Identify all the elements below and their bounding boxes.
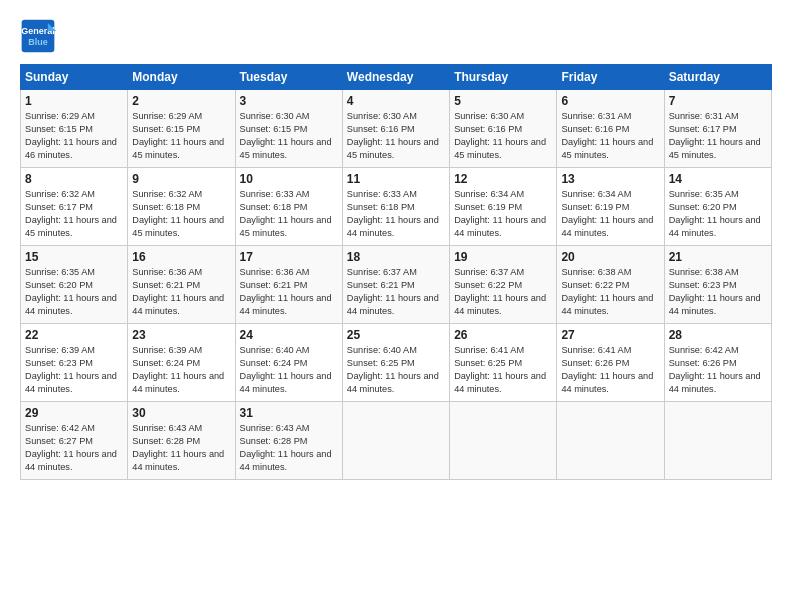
day-number: 13 — [561, 172, 659, 186]
table-row: 22Sunrise: 6:39 AMSunset: 6:23 PMDayligh… — [21, 324, 128, 402]
table-row: 19Sunrise: 6:37 AMSunset: 6:22 PMDayligh… — [450, 246, 557, 324]
table-row — [342, 402, 449, 480]
table-row: 1Sunrise: 6:29 AMSunset: 6:15 PMDaylight… — [21, 90, 128, 168]
day-info: Sunrise: 6:30 AMSunset: 6:16 PMDaylight:… — [347, 110, 445, 162]
table-row: 26Sunrise: 6:41 AMSunset: 6:25 PMDayligh… — [450, 324, 557, 402]
table-row: 29Sunrise: 6:42 AMSunset: 6:27 PMDayligh… — [21, 402, 128, 480]
day-info: Sunrise: 6:40 AMSunset: 6:24 PMDaylight:… — [240, 344, 338, 396]
day-number: 21 — [669, 250, 767, 264]
day-number: 7 — [669, 94, 767, 108]
svg-text:Blue: Blue — [28, 37, 48, 47]
logo: General Blue — [20, 18, 62, 54]
table-row: 23Sunrise: 6:39 AMSunset: 6:24 PMDayligh… — [128, 324, 235, 402]
logo-icon: General Blue — [20, 18, 56, 54]
day-number: 31 — [240, 406, 338, 420]
day-number: 18 — [347, 250, 445, 264]
day-number: 30 — [132, 406, 230, 420]
table-row: 11Sunrise: 6:33 AMSunset: 6:18 PMDayligh… — [342, 168, 449, 246]
day-info: Sunrise: 6:29 AMSunset: 6:15 PMDaylight:… — [132, 110, 230, 162]
day-number: 16 — [132, 250, 230, 264]
calendar-table: Sunday Monday Tuesday Wednesday Thursday… — [20, 64, 772, 480]
day-info: Sunrise: 6:39 AMSunset: 6:23 PMDaylight:… — [25, 344, 123, 396]
day-info: Sunrise: 6:43 AMSunset: 6:28 PMDaylight:… — [240, 422, 338, 474]
table-row: 21Sunrise: 6:38 AMSunset: 6:23 PMDayligh… — [664, 246, 771, 324]
table-row: 16Sunrise: 6:36 AMSunset: 6:21 PMDayligh… — [128, 246, 235, 324]
calendar-week-row: 8Sunrise: 6:32 AMSunset: 6:17 PMDaylight… — [21, 168, 772, 246]
day-number: 11 — [347, 172, 445, 186]
table-row: 20Sunrise: 6:38 AMSunset: 6:22 PMDayligh… — [557, 246, 664, 324]
col-friday: Friday — [557, 65, 664, 90]
day-number: 8 — [25, 172, 123, 186]
day-info: Sunrise: 6:36 AMSunset: 6:21 PMDaylight:… — [132, 266, 230, 318]
calendar-week-row: 15Sunrise: 6:35 AMSunset: 6:20 PMDayligh… — [21, 246, 772, 324]
day-number: 10 — [240, 172, 338, 186]
day-number: 29 — [25, 406, 123, 420]
table-row: 4Sunrise: 6:30 AMSunset: 6:16 PMDaylight… — [342, 90, 449, 168]
day-info: Sunrise: 6:43 AMSunset: 6:28 PMDaylight:… — [132, 422, 230, 474]
table-row — [664, 402, 771, 480]
col-saturday: Saturday — [664, 65, 771, 90]
day-info: Sunrise: 6:34 AMSunset: 6:19 PMDaylight:… — [454, 188, 552, 240]
col-tuesday: Tuesday — [235, 65, 342, 90]
day-number: 12 — [454, 172, 552, 186]
day-number: 2 — [132, 94, 230, 108]
table-row: 17Sunrise: 6:36 AMSunset: 6:21 PMDayligh… — [235, 246, 342, 324]
table-row: 9Sunrise: 6:32 AMSunset: 6:18 PMDaylight… — [128, 168, 235, 246]
table-row — [450, 402, 557, 480]
day-number: 24 — [240, 328, 338, 342]
day-number: 27 — [561, 328, 659, 342]
table-row: 3Sunrise: 6:30 AMSunset: 6:15 PMDaylight… — [235, 90, 342, 168]
day-info: Sunrise: 6:36 AMSunset: 6:21 PMDaylight:… — [240, 266, 338, 318]
day-number: 6 — [561, 94, 659, 108]
day-number: 9 — [132, 172, 230, 186]
table-row: 5Sunrise: 6:30 AMSunset: 6:16 PMDaylight… — [450, 90, 557, 168]
day-info: Sunrise: 6:39 AMSunset: 6:24 PMDaylight:… — [132, 344, 230, 396]
table-row — [557, 402, 664, 480]
day-number: 28 — [669, 328, 767, 342]
table-row: 2Sunrise: 6:29 AMSunset: 6:15 PMDaylight… — [128, 90, 235, 168]
day-info: Sunrise: 6:34 AMSunset: 6:19 PMDaylight:… — [561, 188, 659, 240]
day-info: Sunrise: 6:32 AMSunset: 6:18 PMDaylight:… — [132, 188, 230, 240]
col-sunday: Sunday — [21, 65, 128, 90]
day-info: Sunrise: 6:33 AMSunset: 6:18 PMDaylight:… — [347, 188, 445, 240]
day-number: 25 — [347, 328, 445, 342]
day-number: 15 — [25, 250, 123, 264]
calendar-week-row: 22Sunrise: 6:39 AMSunset: 6:23 PMDayligh… — [21, 324, 772, 402]
day-info: Sunrise: 6:38 AMSunset: 6:22 PMDaylight:… — [561, 266, 659, 318]
day-info: Sunrise: 6:37 AMSunset: 6:21 PMDaylight:… — [347, 266, 445, 318]
table-row: 12Sunrise: 6:34 AMSunset: 6:19 PMDayligh… — [450, 168, 557, 246]
day-number: 14 — [669, 172, 767, 186]
table-row: 30Sunrise: 6:43 AMSunset: 6:28 PMDayligh… — [128, 402, 235, 480]
day-info: Sunrise: 6:31 AMSunset: 6:17 PMDaylight:… — [669, 110, 767, 162]
table-row: 13Sunrise: 6:34 AMSunset: 6:19 PMDayligh… — [557, 168, 664, 246]
table-row: 10Sunrise: 6:33 AMSunset: 6:18 PMDayligh… — [235, 168, 342, 246]
day-number: 1 — [25, 94, 123, 108]
table-row: 24Sunrise: 6:40 AMSunset: 6:24 PMDayligh… — [235, 324, 342, 402]
day-info: Sunrise: 6:31 AMSunset: 6:16 PMDaylight:… — [561, 110, 659, 162]
day-info: Sunrise: 6:30 AMSunset: 6:16 PMDaylight:… — [454, 110, 552, 162]
table-row: 15Sunrise: 6:35 AMSunset: 6:20 PMDayligh… — [21, 246, 128, 324]
day-info: Sunrise: 6:42 AMSunset: 6:26 PMDaylight:… — [669, 344, 767, 396]
table-row: 14Sunrise: 6:35 AMSunset: 6:20 PMDayligh… — [664, 168, 771, 246]
day-number: 19 — [454, 250, 552, 264]
table-row: 31Sunrise: 6:43 AMSunset: 6:28 PMDayligh… — [235, 402, 342, 480]
table-row: 27Sunrise: 6:41 AMSunset: 6:26 PMDayligh… — [557, 324, 664, 402]
day-info: Sunrise: 6:38 AMSunset: 6:23 PMDaylight:… — [669, 266, 767, 318]
col-thursday: Thursday — [450, 65, 557, 90]
calendar-week-row: 1Sunrise: 6:29 AMSunset: 6:15 PMDaylight… — [21, 90, 772, 168]
table-row: 6Sunrise: 6:31 AMSunset: 6:16 PMDaylight… — [557, 90, 664, 168]
page-header: General Blue — [20, 18, 772, 54]
day-info: Sunrise: 6:35 AMSunset: 6:20 PMDaylight:… — [25, 266, 123, 318]
table-row: 7Sunrise: 6:31 AMSunset: 6:17 PMDaylight… — [664, 90, 771, 168]
table-row: 18Sunrise: 6:37 AMSunset: 6:21 PMDayligh… — [342, 246, 449, 324]
calendar-header-row: Sunday Monday Tuesday Wednesday Thursday… — [21, 65, 772, 90]
day-info: Sunrise: 6:41 AMSunset: 6:25 PMDaylight:… — [454, 344, 552, 396]
col-monday: Monday — [128, 65, 235, 90]
table-row: 8Sunrise: 6:32 AMSunset: 6:17 PMDaylight… — [21, 168, 128, 246]
day-number: 5 — [454, 94, 552, 108]
table-row: 25Sunrise: 6:40 AMSunset: 6:25 PMDayligh… — [342, 324, 449, 402]
calendar-week-row: 29Sunrise: 6:42 AMSunset: 6:27 PMDayligh… — [21, 402, 772, 480]
day-info: Sunrise: 6:29 AMSunset: 6:15 PMDaylight:… — [25, 110, 123, 162]
day-info: Sunrise: 6:40 AMSunset: 6:25 PMDaylight:… — [347, 344, 445, 396]
table-row: 28Sunrise: 6:42 AMSunset: 6:26 PMDayligh… — [664, 324, 771, 402]
